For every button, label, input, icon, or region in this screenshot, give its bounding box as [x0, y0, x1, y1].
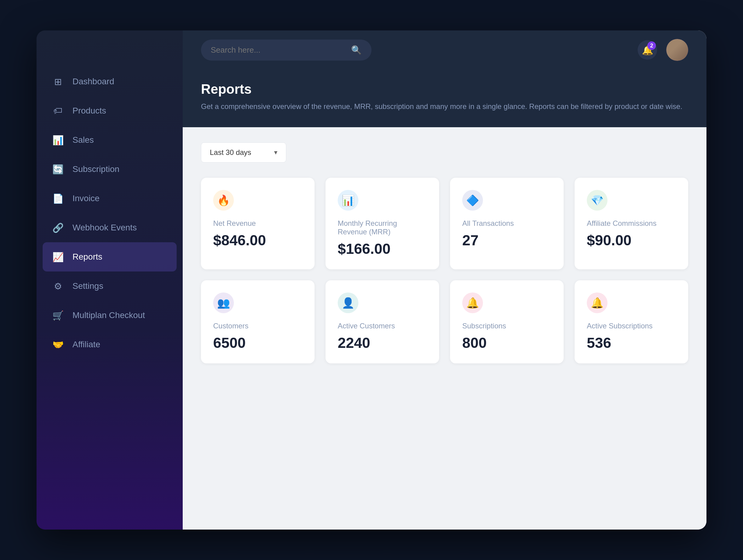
subscriptions-icon: 🔔 — [462, 292, 483, 313]
active-customers-value: 2240 — [338, 334, 427, 351]
active-subscriptions-value: 536 — [587, 334, 676, 351]
card-subscriptions: 🔔 Subscriptions 800 — [450, 280, 564, 363]
multiplan-icon: 🛒 — [52, 309, 64, 321]
chevron-down-icon: ▾ — [274, 148, 277, 156]
card-mrr: 📊 Monthly Recurring Revenue (MRR) $166.0… — [325, 178, 439, 269]
notification-badge: 2 — [647, 41, 656, 50]
sales-icon: 📊 — [52, 134, 64, 146]
affiliate-icon: 🤝 — [52, 338, 64, 351]
sidebar-item-affiliate[interactable]: 🤝 Affiliate — [37, 330, 183, 359]
main-content: 🔍 🔔 2 Reports Get a comprehensive overvi… — [183, 31, 706, 529]
all-transactions-icon: 🔷 — [462, 190, 483, 211]
search-icon: 🔍 — [351, 45, 362, 55]
sidebar-item-webhook[interactable]: 🔗 Webhook Events — [37, 213, 183, 242]
sidebar-item-settings[interactable]: ⚙ Settings — [37, 272, 183, 301]
sidebar: ⊞ Dashboard 🏷 Products 📊 Sales 🔄 Subscri… — [37, 31, 183, 529]
mrr-value: $166.00 — [338, 240, 427, 257]
sidebar-logo — [37, 49, 183, 67]
topbar: 🔍 🔔 2 — [183, 31, 706, 69]
net-revenue-icon: 🔥 — [213, 190, 234, 211]
net-revenue-value: $846.00 — [213, 232, 302, 249]
affiliate-commissions-icon: 💎 — [587, 190, 608, 211]
active-customers-label: Active Customers — [338, 322, 427, 330]
card-all-transactions: 🔷 All Transactions 27 — [450, 178, 564, 269]
app-window: ⊞ Dashboard 🏷 Products 📊 Sales 🔄 Subscri… — [37, 31, 706, 529]
sidebar-item-reports[interactable]: 📈 Reports — [43, 242, 177, 272]
active-subscriptions-label: Active Subscriptions — [587, 322, 676, 330]
search-box[interactable]: 🔍 — [201, 40, 372, 60]
card-affiliate-commissions: 💎 Affiliate Commissions $90.00 — [575, 178, 688, 269]
subscription-icon: 🔄 — [52, 163, 64, 175]
sidebar-item-invoice[interactable]: 📄 Invoice — [37, 184, 183, 213]
date-filter-label: Last 30 days — [210, 148, 251, 157]
dashboard-icon: ⊞ — [52, 76, 64, 88]
topbar-right: 🔔 2 — [638, 39, 688, 61]
sidebar-label-reports: Reports — [73, 252, 102, 262]
net-revenue-label: Net Revenue — [213, 219, 302, 228]
invoice-icon: 📄 — [52, 192, 64, 204]
card-active-subscriptions: 🔔 Active Subscriptions 536 — [575, 280, 688, 363]
sidebar-label-multiplan: Multiplan Checkout — [73, 311, 145, 320]
settings-icon: ⚙ — [52, 280, 64, 292]
search-input[interactable] — [211, 45, 346, 55]
page-subtitle: Get a comprehensive overview of the reve… — [201, 101, 688, 112]
customers-label: Customers — [213, 322, 302, 330]
content-area: Reports Get a comprehensive overview of … — [183, 69, 706, 529]
user-avatar[interactable] — [666, 39, 688, 61]
active-customers-icon: 👤 — [338, 292, 358, 313]
customers-value: 6500 — [213, 334, 302, 351]
sidebar-label-products: Products — [73, 106, 106, 115]
sidebar-item-sales[interactable]: 📊 Sales — [37, 125, 183, 155]
sidebar-item-subscription[interactable]: 🔄 Subscription — [37, 155, 183, 184]
avatar-image — [666, 39, 688, 61]
reports-icon: 📈 — [52, 251, 64, 263]
active-subscriptions-icon: 🔔 — [587, 292, 608, 313]
sidebar-label-dashboard: Dashboard — [73, 77, 114, 86]
card-net-revenue: 🔥 Net Revenue $846.00 — [201, 178, 314, 269]
sidebar-item-dashboard[interactable]: ⊞ Dashboard — [37, 67, 183, 96]
affiliate-commissions-label: Affiliate Commissions — [587, 219, 676, 228]
all-transactions-value: 27 — [462, 232, 552, 249]
card-active-customers: 👤 Active Customers 2240 — [325, 280, 439, 363]
subscriptions-value: 800 — [462, 334, 552, 351]
content-body: Last 30 days ▾ 🔥 Net Revenue $846.00 📊 M… — [183, 127, 706, 529]
metrics-grid: 🔥 Net Revenue $846.00 📊 Monthly Recurrin… — [201, 178, 688, 363]
page-title: Reports — [201, 82, 688, 97]
affiliate-commissions-value: $90.00 — [587, 232, 676, 249]
notifications-button[interactable]: 🔔 2 — [638, 40, 657, 60]
sidebar-item-products[interactable]: 🏷 Products — [37, 96, 183, 125]
sidebar-label-subscription: Subscription — [73, 165, 119, 174]
filter-row: Last 30 days ▾ — [201, 142, 688, 162]
all-transactions-label: All Transactions — [462, 219, 552, 228]
page-header: Reports Get a comprehensive overview of … — [183, 69, 706, 127]
sidebar-label-sales: Sales — [73, 135, 94, 145]
sidebar-label-settings: Settings — [73, 281, 103, 291]
sidebar-label-affiliate: Affiliate — [73, 340, 100, 349]
mrr-icon: 📊 — [338, 190, 358, 211]
sidebar-label-invoice: Invoice — [73, 194, 99, 203]
products-icon: 🏷 — [52, 105, 64, 117]
sidebar-item-multiplan[interactable]: 🛒 Multiplan Checkout — [37, 301, 183, 330]
customers-icon: 👥 — [213, 292, 234, 313]
subscriptions-label: Subscriptions — [462, 322, 552, 330]
mrr-label: Monthly Recurring Revenue (MRR) — [338, 219, 427, 236]
card-customers: 👥 Customers 6500 — [201, 280, 314, 363]
sidebar-label-webhook: Webhook Events — [73, 223, 137, 233]
date-filter-dropdown[interactable]: Last 30 days ▾ — [201, 142, 286, 162]
webhook-icon: 🔗 — [52, 222, 64, 234]
